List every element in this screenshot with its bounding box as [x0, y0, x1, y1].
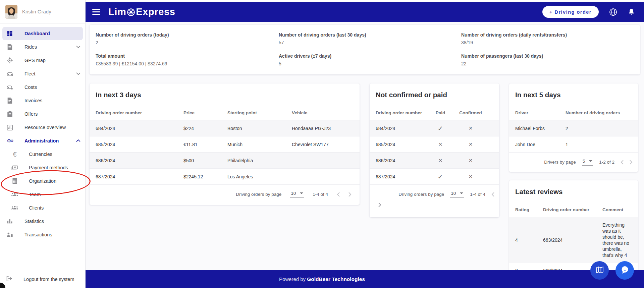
confirmed-cross-icon: × — [455, 173, 486, 180]
table-row[interactable]: 4 663/2024 Everything was as it should b… — [509, 217, 638, 263]
sidebar-item-gps-map[interactable]: GPS map — [0, 54, 85, 67]
pagination-range: 1-2 of 2 — [599, 160, 614, 165]
logout-button[interactable]: Logout from the system — [0, 270, 85, 288]
stat-label: Total amount — [96, 53, 279, 59]
sidebar-item-currencies[interactable]: € Currencies — [0, 148, 85, 161]
page-size-select[interactable]: 10 — [450, 191, 464, 198]
sidebar-item-dashboard[interactable]: Dashboard — [2, 27, 83, 40]
table-row[interactable]: 685/2024 €11.81 Munich Chevrolet SW177 — [90, 136, 360, 153]
table-row[interactable]: 686/2024 $500 Philadelphia — [90, 153, 360, 169]
previous-page-icon[interactable] — [621, 160, 624, 165]
page-size-select[interactable]: 5 — [582, 159, 593, 166]
sidebar-item-resource-overview[interactable]: Resource overview — [0, 121, 85, 134]
language-globe-icon[interactable] — [609, 8, 618, 16]
sidebar-item-payment-methods[interactable]: Payment methods — [0, 161, 85, 174]
user-area[interactable]: Kristin Grady — [0, 0, 85, 23]
people-icon — [11, 192, 18, 197]
sidebar-item-team[interactable]: Team — [0, 188, 85, 201]
pagination: Driving orders by page 10 1-4 of 4 — [370, 185, 499, 198]
logo-text-prefix: Lim — [108, 6, 126, 17]
previous-page-icon[interactable] — [491, 192, 494, 197]
powered-by-label: Powered by — [279, 276, 306, 282]
table-row[interactable]: 687/2024 $2245.12 Los Angeles — [90, 169, 360, 185]
map-fab-button[interactable] — [590, 261, 609, 280]
menu-toggle-icon[interactable] — [92, 9, 100, 15]
brand-link[interactable]: GoldBear Technologies — [307, 276, 365, 282]
cell-order-number: 663/2024 — [543, 237, 602, 243]
sidebar-item-statistics[interactable]: Statistics — [0, 215, 85, 228]
column-header: Starting point — [227, 110, 292, 115]
next-page-icon[interactable] — [630, 160, 633, 165]
table-header: Driving order number Paid Confirmed — [370, 106, 499, 120]
panel-title: Not confirmed or paid — [370, 83, 499, 99]
sidebar-item-rides[interactable]: Rides — [0, 40, 85, 54]
sidebar-item-label: Transactions — [24, 232, 52, 237]
wheel-icon — [126, 8, 136, 17]
stat-label: Number of driving orders (last 30 days) — [279, 32, 461, 38]
cell-comment: Everything was as it should be, there wa… — [602, 217, 635, 263]
next-page-icon[interactable] — [348, 192, 352, 197]
cell-price: $500 — [183, 158, 227, 163]
sidebar-item-organization[interactable]: Organization — [0, 174, 85, 188]
sidebar-item-clients[interactable]: Clients — [0, 201, 85, 215]
gps-target-icon — [6, 57, 13, 64]
cell-price: €11.81 — [183, 142, 227, 147]
user-name: Kristin Grady — [22, 9, 51, 14]
add-driving-order-button[interactable]: + Driving order — [542, 6, 599, 18]
sidebar-nav: Dashboard Rides GPS map — [0, 23, 85, 270]
stat-label: Number of passengers (last 30 days) — [461, 53, 639, 59]
page-size-select[interactable]: 10 — [290, 191, 304, 198]
table-row[interactable]: 687/2024 ✓ × — [370, 169, 499, 185]
chat-support-fab-button[interactable] — [615, 261, 634, 280]
app-logo: Lim Express — [108, 6, 175, 17]
car-gear-icon — [6, 84, 13, 90]
notifications-bell-icon[interactable] — [628, 8, 635, 16]
caret-down-icon — [460, 192, 463, 194]
panel-next-3-days: In next 3 days Driving order number Pric… — [90, 83, 360, 205]
chevron-down-icon — [76, 72, 80, 75]
pagination: Driving orders by page 10 1-4 of 4 — [90, 185, 360, 198]
cell-order-number: 687/2024 — [96, 174, 183, 179]
table-row[interactable]: Michael Forbs 2 — [509, 120, 638, 136]
stat-orders-today: Number of driving orders (today) 2 — [96, 32, 279, 45]
sidebar-item-transactions[interactable]: Transactions — [0, 228, 85, 241]
cell-price: $2245.12 — [183, 174, 227, 179]
column-header: Rating — [515, 207, 543, 212]
logout-label: Logout from the system — [23, 277, 74, 282]
sidebar-item-offers[interactable]: Offers — [0, 107, 85, 121]
table-row[interactable]: 684/2024 $224 Boston Hondaaaa PG-J23 — [90, 120, 360, 136]
cell-starting-point: Boston — [227, 126, 292, 131]
previous-page-icon[interactable] — [337, 192, 340, 197]
column-header: Driving order number — [376, 110, 425, 115]
next-page-icon[interactable] — [378, 203, 381, 207]
person-card-icon — [6, 232, 13, 238]
table-row[interactable]: 686/2024 × × — [370, 153, 499, 169]
cell-starting-point: Los Angeles — [227, 174, 292, 179]
sidebar-item-label: Dashboard — [24, 31, 50, 36]
table-row[interactable]: 685/2024 × × — [370, 136, 499, 153]
stat-active-drivers: Active drivers (±7 days) 5 — [279, 53, 461, 66]
table-row[interactable]: John Doe 1 — [509, 136, 638, 153]
sidebar-item-label: Administration — [24, 138, 59, 143]
column-header: Paid — [425, 110, 455, 115]
stat-orders-30-days: Number of driving orders (last 30 days) … — [279, 32, 461, 45]
sidebar: Kristin Grady Dashboard Rides — [0, 0, 86, 288]
sidebar-item-label: Organization — [29, 178, 56, 184]
cell-order-count: 2 — [566, 126, 635, 131]
cell-vehicle: Hondaaaa PG-J23 — [292, 126, 356, 131]
sidebar-item-invoices[interactable]: Invoices — [0, 94, 85, 107]
footer: Powered by GoldBear Technologies — [86, 270, 644, 288]
pagination-label: Driving orders by page — [236, 192, 281, 197]
footer-text: Powered by GoldBear Technologies — [279, 276, 365, 282]
sidebar-item-label: Invoices — [24, 98, 42, 103]
sidebar-item-label: Fleet — [24, 71, 35, 76]
panel-title: In next 5 days — [509, 83, 638, 99]
logout-icon — [6, 276, 12, 283]
sidebar-item-administration[interactable]: ⚙⚙ Administration — [0, 134, 85, 148]
sidebar-item-costs[interactable]: Costs — [0, 80, 85, 94]
caret-down-icon — [589, 160, 592, 162]
table-row[interactable]: 684/2024 ✓ × — [370, 120, 499, 136]
column-header: Driving order number — [96, 110, 183, 115]
sidebar-item-fleet[interactable]: Fleet — [0, 67, 85, 80]
column-header: Number of driving orders — [566, 110, 635, 115]
